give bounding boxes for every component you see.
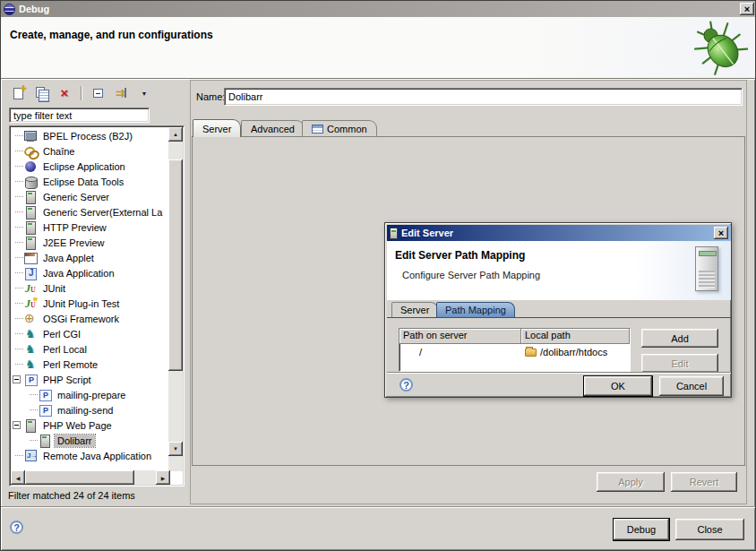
tree-item-label: Perl Local	[40, 343, 90, 356]
debug-button[interactable]: Debug	[614, 519, 669, 540]
help-icon[interactable]: ?	[10, 521, 23, 534]
tree-item[interactable]: Chaîne	[12, 143, 168, 159]
tree-item[interactable]: J2EE Preview	[12, 235, 168, 250]
scroll-up-icon[interactable]: ▲	[168, 127, 183, 142]
delete-icon[interactable]: ×	[56, 85, 73, 101]
chain-icon	[24, 145, 38, 158]
cancel-button[interactable]: Cancel	[659, 376, 724, 396]
dialog-tab-server[interactable]: Server	[391, 302, 438, 317]
edit-button[interactable]: Edit	[641, 354, 718, 372]
tree-item[interactable]: JUnit	[12, 280, 168, 296]
tree-item-label: Perl CGI	[40, 328, 83, 340]
filter-icon[interactable]: ⇉	[112, 85, 130, 101]
tree-item[interactable]: PHP Web Page	[12, 418, 168, 433]
collapse-toggle-icon[interactable]	[13, 421, 21, 429]
server-icon	[24, 221, 38, 234]
tree-item[interactable]: BPEL Process (B2J)	[12, 128, 168, 143]
tree-item-label: Eclipse Application	[40, 160, 128, 173]
tree-item[interactable]: PHP Script	[12, 372, 168, 387]
add-button[interactable]: Add	[641, 329, 718, 348]
duplicate-icon[interactable]	[32, 85, 50, 101]
table-header-row: Path on server Local path	[399, 329, 630, 344]
table-icon	[312, 125, 323, 133]
tree-item[interactable]: HTTP Preview	[12, 220, 168, 235]
tree-item-label: Eclipse Data Tools	[40, 176, 126, 188]
close-icon[interactable]: ×	[714, 227, 728, 239]
tree-item[interactable]: Perl CGI	[12, 326, 168, 341]
dialog-header: Edit Server Path Mapping Configure Serve…	[387, 241, 731, 300]
tree-item-label: Perl Remote	[40, 358, 100, 371]
revert-button[interactable]: Revert	[671, 472, 737, 492]
tab-server[interactable]: Server	[193, 119, 241, 137]
camel-icon	[24, 358, 38, 371]
tree-item-label: PHP Script	[40, 374, 94, 386]
close-button[interactable]: Close	[675, 519, 744, 540]
menu-dropdown-icon[interactable]: ▼	[135, 85, 153, 101]
tree-item[interactable]: mailing-send	[12, 402, 168, 418]
close-icon[interactable]: ×	[740, 3, 754, 15]
debug-configurations-window: Debug × Create, manage, and run configur…	[0, 0, 756, 551]
scroll-left-icon[interactable]: ◀	[11, 470, 25, 485]
tree-vscrollbar[interactable]: ▲ ▼	[168, 127, 183, 471]
collapse-toggle-icon[interactable]	[13, 375, 21, 383]
filter-input[interactable]	[9, 108, 150, 123]
tree-item[interactable]: Java Applet	[12, 250, 168, 265]
camel-icon	[24, 328, 38, 340]
tree-item[interactable]: Perl Local	[12, 341, 168, 357]
server-icon	[390, 228, 398, 239]
path-mapping-table[interactable]: Path on server Local path //dolibarr/htd…	[399, 328, 631, 372]
tree-item[interactable]: mailing-prepare	[12, 387, 168, 402]
help-icon[interactable]: ?	[399, 378, 413, 392]
tree-item-label: Remote Java Application	[40, 450, 154, 462]
new-configuration-icon[interactable]	[9, 85, 27, 101]
hscroll-thumb[interactable]	[25, 470, 134, 485]
java-icon	[24, 267, 38, 280]
banner: Create, manage, and run configurations	[1, 17, 756, 78]
ok-button[interactable]: OK	[584, 376, 652, 396]
window-title: Debug	[19, 4, 740, 14]
name-input[interactable]	[224, 88, 743, 106]
table-body: //dolibarr/htdocs	[399, 344, 630, 359]
osgi-icon	[24, 313, 38, 325]
tree-hscrollbar[interactable]: ◀ ▶	[11, 470, 170, 485]
path-on-server-cell: /	[399, 347, 521, 357]
tree-item[interactable]: Eclipse Data Tools	[12, 174, 168, 189]
dialog-tab-path-mapping[interactable]: Path Mapping	[436, 302, 515, 317]
tab-common[interactable]: Common	[302, 120, 377, 137]
db-icon	[24, 176, 38, 188]
tree-item[interactable]: Dolibarr	[12, 433, 168, 448]
tree-item-label: JUnit	[40, 282, 68, 295]
tree-item[interactable]: Java Application	[12, 265, 168, 280]
scroll-down-icon[interactable]: ▼	[168, 442, 183, 456]
junit-icon	[24, 282, 38, 295]
tree-item[interactable]: Generic Server	[12, 189, 168, 204]
php-server-icon	[39, 435, 52, 447]
column-local-path[interactable]: Local path	[521, 329, 630, 344]
tree-item-label: mailing-prepare	[55, 389, 128, 401]
apply-button[interactable]: Apply	[597, 472, 665, 492]
tree-item-label: Java Applet	[40, 252, 97, 264]
collapse-all-icon[interactable]	[89, 85, 107, 101]
dialog-heading: Edit Server Path Mapping	[395, 249, 525, 262]
tree-item[interactable]: Eclipse Application	[12, 159, 168, 174]
tree-item[interactable]: Remote Java Application	[12, 448, 168, 463]
tree-item-label: Generic Server(External La	[40, 206, 165, 219]
table-row[interactable]: //dolibarr/htdocs	[399, 344, 630, 359]
php-file-icon	[39, 404, 52, 417]
tree-item[interactable]: OSGi Framework	[12, 311, 168, 326]
php-file-icon	[39, 389, 52, 401]
column-path-on-server[interactable]: Path on server	[399, 329, 521, 344]
php-server-icon	[24, 419, 38, 432]
scroll-right-icon[interactable]: ▶	[156, 470, 170, 485]
remote-java-icon	[24, 450, 38, 462]
tree-item[interactable]: Perl Remote	[12, 357, 168, 372]
tree-item-label: J2EE Preview	[40, 237, 107, 249]
tree-item-label: JUnit Plug-in Test	[40, 297, 122, 310]
tree-item[interactable]: Generic Server(External La	[12, 204, 168, 220]
tab-advanced[interactable]: Advanced	[241, 120, 305, 137]
tree-item-label: PHP Web Page	[40, 419, 115, 432]
tree-item[interactable]: JUnit Plug-in Test	[12, 296, 168, 311]
configurations-toolbar: × ⇉ ▼	[9, 82, 153, 104]
vscroll-thumb[interactable]	[168, 159, 183, 371]
tree-item-label: Generic Server	[40, 191, 112, 203]
